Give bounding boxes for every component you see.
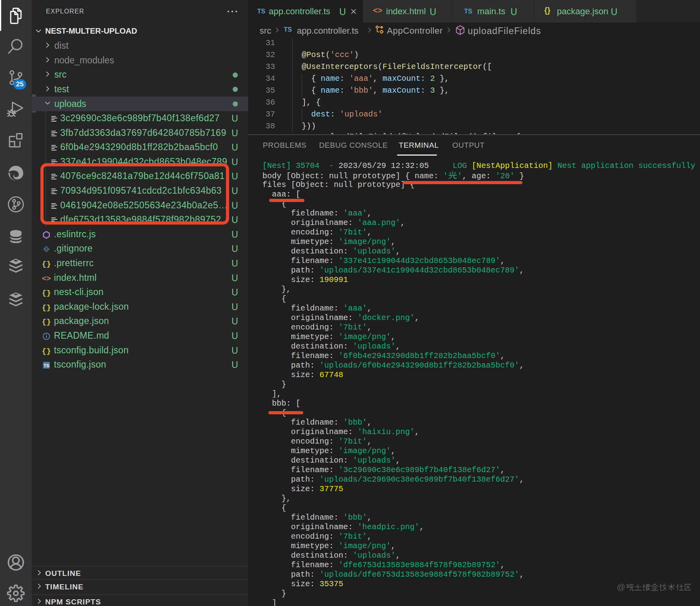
svg-text:{}: {} — [42, 303, 51, 312]
svg-text:{}: {} — [42, 347, 51, 355]
svg-text:<>: <> — [42, 274, 51, 283]
svg-text:{}: {} — [42, 289, 51, 297]
svg-text:TS: TS — [44, 363, 50, 368]
svg-text:{}: {} — [42, 260, 51, 268]
svg-text:{}: {} — [42, 318, 51, 326]
